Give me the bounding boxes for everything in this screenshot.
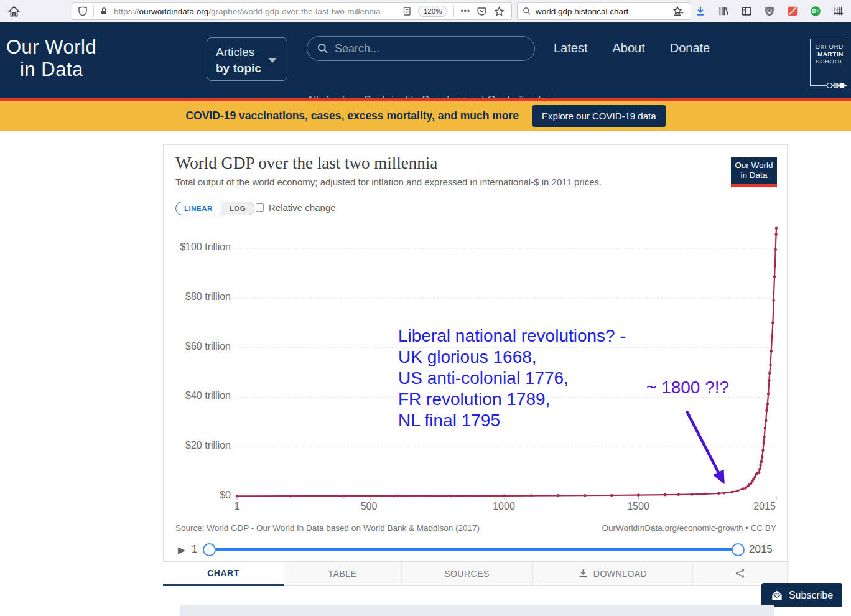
next-section-top [180, 605, 774, 616]
play-icon[interactable]: ▶ [178, 544, 185, 556]
y-axis-tick: $20 trillion [169, 440, 231, 451]
y-axis-tick: $40 trillion [169, 390, 231, 401]
url-text: https://ourworldindata.org/grapher/world… [114, 7, 398, 16]
noscript-extension-icon[interactable] [784, 2, 801, 20]
x-axis-tick: 500 [361, 501, 378, 512]
download-icon [578, 568, 588, 579]
user-annotation-text: Liberal national revolutions? - UK glori… [398, 325, 626, 431]
chart-tabs: CHART TABLE SOURCES DOWNLOAD [163, 561, 789, 586]
chart-title: World GDP over the last two millennia [175, 154, 437, 173]
svg-text:B+: B+ [812, 8, 819, 14]
tab-table[interactable]: TABLE [284, 562, 401, 586]
source-row: Source: World GDP - Our World In Data ba… [175, 523, 776, 533]
bookmark-star-icon[interactable] [490, 2, 508, 20]
site-search-placeholder: Search... [335, 42, 379, 55]
y-axis-tick: $80 trillion [169, 291, 231, 302]
oxford-logo-line3: SCHOOL [811, 58, 844, 65]
oxford-logo-line2: MARTIN [811, 50, 844, 58]
scale-toggle: LINEAR LOG [175, 202, 254, 215]
url-bar[interactable]: https://ourworldindata.org/grapher/world… [72, 2, 512, 20]
share-icon [735, 568, 745, 579]
search-icon [317, 43, 328, 54]
relative-change-control: Relative change [256, 202, 336, 213]
x-axis-tick: 1000 [493, 501, 515, 512]
explore-covid-data-button[interactable]: Explore our COVID-19 data [532, 105, 665, 127]
search-query[interactable]: world gdp historical chart [536, 7, 675, 16]
chart-subtitle: Total output of the world economy; adjus… [175, 177, 602, 187]
source-text[interactable]: Source: World GDP - Our World In Data ba… [175, 523, 480, 533]
tab-sources[interactable]: SOURCES [401, 562, 532, 586]
library-icon[interactable] [715, 2, 732, 20]
search-bar[interactable]: world gdp historical chart → [517, 2, 691, 20]
owid-badge-red-bar [731, 184, 777, 187]
x-axis-tick: 1 [235, 501, 240, 512]
search-icon [523, 7, 531, 16]
relative-change-checkbox[interactable] [256, 203, 264, 212]
chevron-down-icon [268, 58, 277, 63]
timeline-handle-end[interactable] [732, 543, 745, 556]
covid-banner-text: COVID-19 vaccinations, cases, excess mor… [185, 110, 519, 123]
timeline-track[interactable] [203, 548, 744, 551]
tab-share[interactable] [692, 562, 788, 586]
timeline-slider: ▶ 1 2015 [164, 541, 788, 560]
nav-item-about[interactable]: About [612, 41, 644, 55]
envelope-icon [771, 590, 783, 601]
tab-download[interactable]: DOWNLOAD [532, 562, 692, 586]
bookmarks-menu-icon[interactable] [669, 2, 686, 20]
covid-banner: COVID-19 vaccinations, cases, excess mor… [0, 101, 851, 131]
tracking-protection-shield-icon[interactable] [76, 2, 90, 20]
license-text[interactable]: OurWorldInData.org/economic-growth • CC … [602, 523, 776, 533]
green-extension-icon[interactable]: B+ [807, 2, 824, 20]
owid-chart-badge: Our Worldin Data [731, 157, 777, 187]
tab-chart[interactable]: CHART [163, 562, 284, 586]
urlbar-divider [93, 6, 94, 17]
browser-toolbar: https://ourworldindata.org/grapher/world… [0, 0, 851, 22]
sidebar-toggle-icon[interactable] [738, 2, 755, 20]
timeline-end-label: 2015 [749, 543, 773, 556]
urlbar-divider-2 [453, 6, 454, 17]
timeline-start-label: 1 [192, 543, 197, 556]
page-actions-icon[interactable]: ••• [460, 7, 470, 16]
grapher-chart-card: World GDP over the last two millennia To… [163, 144, 788, 585]
downloads-icon[interactable] [692, 2, 709, 20]
oxford-logo-line1: OXFORD [811, 43, 844, 50]
relative-change-label: Relative change [269, 202, 336, 213]
ublock-extension-icon[interactable] [761, 2, 778, 20]
x-axis-tick: 1500 [627, 501, 649, 512]
primary-nav: Latest About Donate [554, 41, 710, 55]
y-axis-tick: $100 trillion [169, 241, 231, 253]
home-icon[interactable] [5, 2, 22, 20]
subscribe-button[interactable]: Subscribe [761, 583, 842, 607]
zoom-level-badge[interactable]: 120% [418, 6, 447, 17]
site-logo-line1: Our World [6, 36, 96, 58]
toolbar-extension-area: B+ [669, 2, 847, 20]
y-axis-tick: $0 [169, 490, 231, 501]
site-search-input[interactable]: Search... [307, 36, 535, 61]
articles-by-topic-button[interactable]: Articles by topic [207, 37, 287, 81]
oxford-martin-school-logo[interactable]: OXFORD MARTIN SCHOOL [810, 39, 847, 86]
containers-extension-icon[interactable] [830, 2, 847, 20]
nav-item-latest[interactable]: Latest [554, 41, 587, 55]
x-axis-tick: 2015 [753, 501, 776, 512]
user-annotation-callout: ~ 1800 ?!? [646, 378, 729, 398]
y-axis-tick: $60 trillion [169, 341, 231, 352]
log-scale-button[interactable]: LOG [221, 202, 254, 215]
linear-scale-button[interactable]: LINEAR [175, 202, 221, 215]
site-logo[interactable]: Our World in Data [6, 36, 96, 81]
site-logo-line2: in Data [6, 58, 96, 81]
subscribe-label: Subscribe [789, 590, 833, 601]
nav-item-donate[interactable]: Donate [670, 41, 710, 55]
timeline-handle-start[interactable] [203, 543, 216, 556]
browser-window: https://ourworldindata.org/grapher/world… [0, 0, 851, 616]
site-header: Our World in Data Articles by topic Sear… [0, 22, 851, 98]
oxford-logo-circles [826, 83, 845, 88]
reader-mode-icon[interactable] [398, 2, 416, 20]
pocket-icon[interactable] [473, 2, 490, 20]
owid-badge-line1: Our World [735, 161, 773, 170]
owid-badge-line2: in Data [741, 170, 768, 180]
lock-icon[interactable] [98, 2, 110, 20]
